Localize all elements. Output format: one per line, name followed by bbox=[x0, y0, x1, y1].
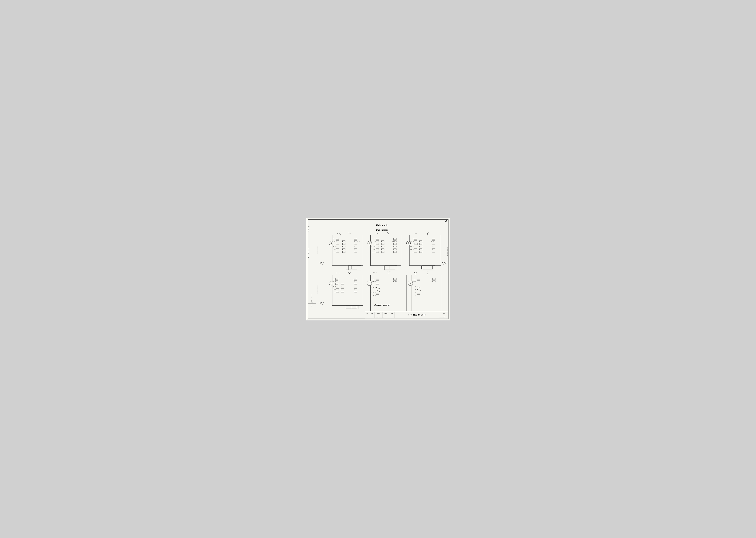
svg-rect-1 bbox=[348, 265, 361, 270]
svg-point-2 bbox=[329, 241, 333, 245]
svg-rect-219 bbox=[354, 281, 357, 282]
svg-text:42: 42 bbox=[342, 246, 343, 247]
svg-rect-130 bbox=[394, 251, 396, 252]
svg-rect-114 bbox=[394, 246, 396, 247]
svg-text:13: 13 bbox=[335, 239, 336, 240]
svg-rect-126 bbox=[376, 251, 379, 252]
svg-rect-28 bbox=[343, 241, 345, 242]
svg-text:64: 64 bbox=[354, 241, 355, 242]
svg-text:32: 32 bbox=[374, 251, 375, 252]
svg-text:52: 52 bbox=[333, 241, 333, 242]
svg-text:3: 3 bbox=[371, 292, 372, 293]
svg-rect-217 bbox=[335, 281, 338, 282]
svg-text:1: 1 bbox=[427, 232, 427, 233]
svg-text:X1: X1 bbox=[373, 241, 375, 242]
svg-text:31: 31 bbox=[336, 249, 337, 250]
svg-text:25: 25 bbox=[339, 273, 339, 274]
svg-rect-32 bbox=[354, 241, 357, 242]
svg-point-335 bbox=[417, 286, 417, 287]
svg-text:32: 32 bbox=[335, 292, 336, 293]
svg-text:63: 63 bbox=[355, 239, 355, 240]
svg-rect-175 bbox=[414, 246, 417, 247]
svg-text:9: 9 bbox=[387, 271, 388, 272]
svg-rect-323 bbox=[417, 278, 420, 280]
kopir-text: Копировал- Вемб bbox=[376, 316, 384, 318]
svg-text:7: 7 bbox=[349, 267, 349, 268]
svg-marker-209 bbox=[348, 273, 349, 274]
svg-text:6: 6 bbox=[397, 279, 397, 279]
svg-rect-284 bbox=[376, 283, 379, 285]
svg-text:Б: Б bbox=[331, 242, 332, 242]
svg-rect-84 bbox=[376, 238, 379, 240]
svg-text:6: 6 bbox=[389, 232, 389, 233]
svg-text:Х11: Х11 bbox=[339, 233, 340, 234]
svg-text:105: 105 bbox=[373, 239, 374, 240]
svg-text:41: 41 bbox=[381, 241, 382, 242]
svg-rect-212 bbox=[335, 278, 338, 280]
svg-text:59: 59 bbox=[337, 233, 338, 234]
svg-text:7: 7 bbox=[410, 241, 410, 242]
svg-rect-68 bbox=[370, 235, 401, 265]
svg-text:81: 81 bbox=[354, 289, 355, 290]
svg-text:47: 47 bbox=[357, 239, 358, 240]
svg-rect-243 bbox=[336, 291, 339, 293]
svg-text:К4: К4 bbox=[330, 243, 332, 244]
svg-text:10: 10 bbox=[349, 272, 350, 273]
svg-text:13: 13 bbox=[334, 278, 335, 279]
svg-rect-229 bbox=[341, 286, 344, 287]
svg-text:419: 419 bbox=[372, 284, 374, 285]
svg-text:7: 7 bbox=[428, 232, 429, 233]
svg-rect-215 bbox=[354, 278, 357, 280]
svg-text:415: 415 bbox=[373, 279, 374, 279]
label-tipovoy: Типовой проект bbox=[308, 248, 310, 258]
svg-rect-26 bbox=[336, 241, 339, 242]
svg-rect-122 bbox=[394, 248, 396, 250]
svg-text:N: N bbox=[387, 232, 388, 233]
svg-rect-112 bbox=[381, 246, 384, 247]
svg-text:24: 24 bbox=[413, 246, 414, 247]
svg-text:63: 63 bbox=[355, 279, 355, 279]
svg-rect-344 bbox=[417, 295, 420, 296]
svg-rect-185 bbox=[419, 248, 422, 250]
svg-text:N: N bbox=[389, 271, 390, 272]
svg-text:42: 42 bbox=[341, 286, 342, 287]
svg-text:6: 6 bbox=[410, 249, 410, 250]
svg-rect-187 bbox=[432, 248, 435, 250]
svg-text:К8: К8 bbox=[409, 283, 411, 284]
svg-text:41: 41 bbox=[341, 284, 342, 285]
svg-text:14: 14 bbox=[333, 281, 334, 282]
cell-data: Дата bbox=[389, 312, 395, 318]
svg-text:13: 13 bbox=[416, 278, 417, 279]
svg-rect-48 bbox=[354, 246, 357, 247]
svg-rect-171 bbox=[432, 243, 435, 244]
page: 29 Альбом № Типовой проект Инв.№ подл. П… bbox=[306, 218, 450, 320]
main-title: Вид спереди bbox=[316, 229, 448, 231]
svg-text:31: 31 bbox=[413, 249, 414, 250]
svg-rect-276 bbox=[376, 281, 379, 282]
svg-text:8: 8 bbox=[371, 241, 372, 242]
svg-rect-267 bbox=[376, 278, 379, 280]
svg-rect-227 bbox=[335, 286, 338, 287]
svg-text:22: 22 bbox=[333, 292, 333, 293]
svg-text:52: 52 bbox=[341, 292, 342, 293]
svg-text:35: 35 bbox=[395, 279, 396, 279]
svg-point-289 bbox=[376, 287, 377, 288]
svg-text:6: 6 bbox=[397, 281, 397, 282]
svg-text:41: 41 bbox=[342, 241, 343, 242]
svg-rect-247 bbox=[354, 291, 357, 293]
svg-rect-54 bbox=[343, 248, 345, 250]
svg-text:31: 31 bbox=[374, 249, 375, 250]
svg-text:64: 64 bbox=[354, 281, 355, 282]
svg-text:К5: К5 bbox=[369, 243, 370, 244]
svg-text:74: 74 bbox=[354, 246, 355, 247]
svg-text:67: 67 bbox=[373, 249, 374, 250]
svg-text:44: 44 bbox=[431, 281, 432, 282]
svg-rect-0 bbox=[332, 235, 363, 265]
format-text: Формат А3 bbox=[439, 316, 444, 318]
svg-text:13: 13 bbox=[376, 239, 376, 240]
svg-marker-13 bbox=[349, 233, 350, 234]
svg-text:7: 7 bbox=[410, 239, 410, 240]
svg-text:7: 7 bbox=[369, 242, 370, 242]
svg-rect-330 bbox=[417, 281, 420, 282]
svg-text:52: 52 bbox=[342, 251, 343, 252]
